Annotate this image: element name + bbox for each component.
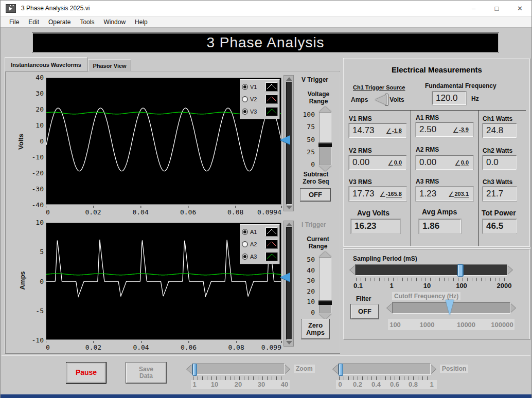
voltage-range-handle[interactable] — [318, 142, 332, 147]
legend-item-a2[interactable]: A2 — [242, 238, 278, 250]
v3-line-sample — [265, 107, 278, 116]
a1-rms-display: 2.50 ∠-3.9 — [416, 122, 473, 137]
a3-radio[interactable] — [242, 254, 248, 260]
zoom-left-arrow-icon[interactable] — [187, 365, 192, 374]
i-trigger-slider[interactable] — [283, 221, 294, 347]
voltage-range-track[interactable] — [319, 112, 331, 166]
fundamental-frequency-display: 120.0 — [432, 92, 466, 105]
sampling-period-slider[interactable] — [350, 264, 512, 276]
a1-radio[interactable] — [242, 229, 248, 235]
tot-power-display: 46.5 — [483, 219, 517, 233]
position-left-arrow-icon[interactable] — [333, 365, 338, 374]
ch3-watts-label: Ch3 Watts — [483, 178, 512, 186]
sampling-right-arrow-icon[interactable] — [507, 265, 512, 275]
current-range-slider[interactable]: 5040 3020 100 — [300, 251, 331, 319]
legend-item-v2[interactable]: V2 — [242, 93, 278, 105]
a2-rms-display: 0.00 ∠0.0 — [416, 155, 473, 170]
v-trigger-up-arrow-icon[interactable] — [286, 77, 292, 81]
amps-legend: A1 A2 A3 — [240, 224, 280, 264]
cutoff-track[interactable] — [392, 302, 510, 314]
ch1-watts-display: 24.8 — [483, 123, 517, 138]
ch1-trigger-source-label: Ch1 Trigger Source — [353, 84, 405, 91]
cutoff-right-arrow-icon[interactable] — [510, 303, 516, 313]
i-trigger-down-arrow-icon[interactable] — [286, 341, 292, 345]
avg-volts-label: Avg Volts — [357, 209, 389, 217]
sampling-ticks — [356, 278, 508, 281]
position-label: Position — [440, 365, 468, 373]
position-slider[interactable] — [333, 364, 436, 375]
close-button[interactable]: ✕ — [508, 1, 531, 16]
banner: 3 Phase Analysis — [32, 33, 499, 52]
menu-tools[interactable]: Tools — [75, 17, 99, 27]
sampling-track[interactable] — [355, 264, 507, 276]
window-title: 3 Phase Analysis 2025.vi — [21, 5, 90, 12]
sampling-panel: Sampling Period (mS) 0.1 1 10 100 2000 F… — [343, 248, 530, 340]
avg-amps-label: Avg Amps — [422, 208, 457, 216]
v3-radio[interactable] — [242, 108, 248, 115]
legend-item-a1[interactable]: A1 — [242, 226, 278, 238]
position-handle[interactable] — [339, 364, 343, 376]
v-trigger-down-arrow-icon[interactable] — [286, 206, 292, 209]
menu-file[interactable]: File — [5, 17, 24, 27]
current-range-up-cap[interactable] — [319, 251, 331, 257]
a2-radio[interactable] — [242, 241, 248, 247]
ch1-trigger-source-switch[interactable] — [375, 94, 388, 106]
ch2-watts-display: 0.0 — [483, 155, 517, 170]
zoom-handle[interactable] — [192, 364, 197, 376]
voltage-range-slider[interactable]: 10075 5025 0 — [300, 106, 331, 171]
volts-chart: 4030 2010 0-10 -20-30 -40 Volts V1 — [8, 74, 295, 215]
current-range-track[interactable] — [319, 257, 331, 314]
v-trigger-handle[interactable] — [280, 135, 290, 144]
cutoff-frequency-slider[interactable] — [387, 302, 516, 314]
volts-x-axis: 0 0.02 0.04 0.06 0.08 0.0994 — [46, 207, 281, 215]
position-right-arrow-icon[interactable] — [431, 365, 436, 374]
minimize-button[interactable]: – — [462, 1, 485, 16]
zoom-label: Zoom — [294, 365, 315, 373]
current-range-handle[interactable] — [318, 300, 332, 305]
v2-radio[interactable] — [242, 96, 248, 102]
menu-operate[interactable]: Operate — [44, 17, 75, 27]
i-trigger-handle[interactable] — [280, 273, 290, 282]
menu-help[interactable]: Help — [130, 17, 152, 27]
v-trigger-slider[interactable] — [283, 75, 294, 211]
zoom-slider[interactable] — [187, 364, 290, 375]
save-data-button[interactable]: Save Data — [126, 363, 166, 383]
tab-instantaneous-waveforms[interactable]: Instantaneous Waveforms — [5, 57, 87, 71]
filter-off-button[interactable]: OFF — [351, 304, 379, 319]
legend-item-a3[interactable]: A3 — [242, 250, 278, 263]
menu-bar: File Edit Operate Tools Window Help — [1, 16, 531, 28]
subtract-zero-seq-button[interactable]: OFF — [300, 189, 330, 201]
i-trigger-track[interactable] — [286, 227, 292, 340]
legend-item-v3[interactable]: V3 — [242, 105, 278, 118]
close-icon: ✕ — [517, 5, 523, 12]
position-track[interactable] — [338, 364, 431, 375]
current-range-down-cap[interactable] — [319, 314, 331, 319]
voltage-range-up-cap[interactable] — [319, 106, 331, 112]
v1-radio[interactable] — [242, 84, 248, 90]
zoom-right-arrow-icon[interactable] — [285, 365, 290, 374]
maximize-button[interactable]: □ — [485, 1, 508, 16]
v2-rms-label: V2 RMS — [349, 147, 372, 154]
sampling-left-arrow-icon[interactable] — [350, 265, 355, 275]
menu-window[interactable]: Window — [99, 17, 130, 27]
zero-amps-button[interactable]: Zero Amps — [302, 319, 329, 339]
front-panel: 3 Phase Analysis Instantaneous Waveforms… — [1, 28, 531, 394]
fundamental-frequency-label: Fundamental Frequency — [425, 82, 496, 89]
legend-item-v1[interactable]: V1 — [242, 81, 278, 93]
ch1-trigger-source-switch-group: Amps Volts — [351, 94, 404, 106]
cutoff-handle[interactable] — [446, 300, 454, 315]
cutoff-left-arrow-icon[interactable] — [387, 303, 392, 313]
window-bottom-edge — [1, 394, 531, 398]
menu-edit[interactable]: Edit — [24, 17, 44, 27]
sampling-handle[interactable] — [457, 264, 464, 277]
maximize-icon: □ — [495, 5, 499, 12]
amps-y-axis: 105 0-5 -10 — [23, 219, 44, 343]
v-trigger-label: V Trigger — [302, 76, 328, 83]
switch-triangle-icon — [375, 95, 386, 105]
cutoff-frequency-label: Cutoff Frequency (Hz) — [392, 292, 460, 300]
pause-button[interactable]: Pause — [66, 363, 106, 383]
page-title: 3 Phase Analysis — [206, 34, 324, 51]
zoom-track[interactable] — [192, 364, 285, 375]
i-trigger-up-arrow-icon[interactable] — [286, 223, 292, 226]
tab-phasor-view[interactable]: Phasor View — [88, 59, 131, 71]
